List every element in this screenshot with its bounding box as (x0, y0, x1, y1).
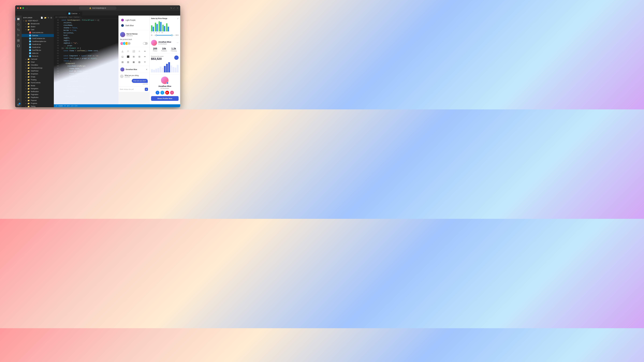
fullscreen-button[interactable] (22, 7, 24, 9)
folder-icon: 📁 (28, 58, 30, 60)
shape-grid[interactable]: ⊞ (131, 54, 136, 59)
new-tab-button[interactable]: + (177, 7, 178, 9)
account-icon[interactable] (16, 97, 21, 102)
explorer-icon[interactable] (16, 17, 21, 21)
bar-blue-5 (168, 27, 169, 31)
file-index[interactable]: T index.tsx (22, 52, 54, 55)
shape-circle[interactable]: ○ (137, 49, 142, 54)
folder-checkbox[interactable]: ▸ 📁 CheckBox (22, 63, 54, 66)
minimize-button[interactable] (20, 7, 21, 9)
file-tab[interactable]: T Card.tsx × (66, 11, 82, 15)
shape-corner-rect[interactable]: ◱ (120, 54, 125, 59)
shape-pen2[interactable]: ✏ (142, 54, 148, 59)
price-range-slider[interactable]: $0 $854 (151, 34, 179, 36)
shape-pen[interactable]: ✏ (142, 49, 148, 54)
folder-floating[interactable]: ▸ 📁 Floating (22, 78, 54, 81)
back-button[interactable]: ‹ (26, 7, 28, 9)
folder-empty[interactable]: ▸ 📁 Empty (22, 75, 54, 78)
url-bar[interactable]: 🔒 react.keepdesign.io (79, 6, 116, 10)
folder-playbutton[interactable]: ▸ 📁 PlayButton (22, 96, 54, 99)
close-button[interactable] (17, 7, 19, 9)
twitter-icon[interactable]: t (160, 91, 164, 94)
reload-button[interactable]: ↻ (170, 7, 172, 9)
folder-checkboxgroup[interactable]: ▸ 📁 CheckboxGroup (22, 66, 54, 69)
folder-breadcrumb[interactable]: ▸ 📁 Breadcrumb (22, 22, 54, 25)
folder-name: Navigation (31, 88, 38, 89)
folder-navigation[interactable]: ▸ 📁 Navigation (22, 87, 54, 90)
folder-formcontrols[interactable]: ▸ 📁 FormControls (22, 81, 54, 84)
shape-pen3[interactable]: ✏ (142, 59, 148, 64)
expand-button[interactable]: ⤢ (173, 7, 175, 9)
revenue-label: Revenue this week (151, 55, 164, 57)
project-root[interactable]: ▾ ▤ KEEP-REACT (22, 19, 54, 22)
folder-notification[interactable]: ▸ 📁 Notification (22, 90, 54, 93)
file-card-tsx[interactable]: T Card.tsx (22, 34, 54, 37)
svg-point-0 (18, 23, 19, 25)
send-button[interactable]: ➤ (145, 88, 148, 91)
toggle-thumb (143, 42, 145, 44)
profile-menu-icon[interactable]: ··· (177, 41, 178, 44)
folder-card[interactable]: ▾ 📁 Card (22, 28, 54, 31)
shape-lines[interactable]: ▤ (120, 59, 125, 64)
file-theme[interactable]: T theme.ts (22, 55, 54, 58)
shape-filled-rect[interactable]: ⬛ (126, 54, 130, 59)
test-icon[interactable] (16, 43, 21, 48)
chat-user-name: Donathan Blue (126, 68, 137, 70)
color-option-purple[interactable]: Light Purple (120, 17, 148, 23)
file-card-description[interactable]: T CardDescription.tsx (22, 40, 54, 43)
folder-carousel[interactable]: ▸ 📁 Carousel (22, 58, 54, 61)
slider-track[interactable] (154, 35, 174, 35)
tab-close-button[interactable]: × (78, 12, 80, 14)
folder-pagination[interactable]: ▸ 📁 Pagination (22, 93, 54, 96)
file-card-title[interactable]: T CardTitle.tsx (22, 49, 54, 52)
preview-right-column: Sales by Price Range ⤢ (150, 15, 180, 104)
slider-thumb-right[interactable] (171, 34, 173, 36)
search-icon[interactable] (16, 22, 21, 27)
shape-lines3[interactable]: ▦ (131, 59, 136, 64)
shape-lines4[interactable]: ▧ (137, 59, 142, 64)
folder-datepicker[interactable]: ▸ 📁 DatePicker (22, 69, 54, 72)
bar-green-1 (151, 25, 152, 31)
folder-icon: 📁 (28, 29, 30, 31)
file-card-stories[interactable]: S Card.stories.tsx (22, 31, 54, 34)
folder-name: Carousel (31, 58, 37, 60)
share-profile-button[interactable]: Share Profile Now (151, 96, 179, 101)
new-file-icon[interactable]: 📄 (41, 17, 43, 19)
folder-modal[interactable]: ▸ 📁 Modal (22, 84, 54, 87)
toggle-switch[interactable] (143, 42, 148, 45)
avatar-add[interactable]: + (127, 42, 131, 45)
extensions-icon[interactable] (16, 38, 21, 43)
folder-button[interactable]: ▸ 📁 Button (22, 25, 54, 28)
shape-square[interactable]: □ (126, 49, 130, 54)
revenue-menu-button[interactable]: ··· (174, 55, 178, 60)
file-card-container[interactable]: T CardContainer.tsx (22, 37, 54, 40)
person-name: Darrat Newaz (126, 33, 138, 35)
slider-thumb-left[interactable] (156, 34, 157, 36)
youtube-icon[interactable]: ▶ (165, 91, 169, 94)
new-folder-icon[interactable]: 📁 (44, 17, 46, 19)
svg-point-1 (19, 30, 20, 31)
folder-popover[interactable]: ▸ 📁 Popover (22, 99, 54, 102)
settings-icon[interactable]: 1 (16, 102, 21, 107)
folder-chart[interactable]: ▸ 📁 Chart (22, 61, 54, 63)
chat-close-button[interactable]: ✕ (146, 68, 148, 70)
folder-progress[interactable]: ▸ 📁 Progress (22, 102, 54, 105)
dribbble-icon[interactable]: d (170, 91, 174, 94)
source-control-icon[interactable] (16, 27, 21, 32)
folder-rating[interactable]: ▸ 📁 Rating (22, 105, 54, 107)
shape-lines2[interactable]: ▥ (126, 59, 130, 64)
folder-dropdown[interactable]: ▸ 📁 Dropdown (22, 72, 54, 75)
refresh-icon[interactable]: ↻ (48, 17, 49, 19)
sales-menu-icon[interactable]: ⤢ (177, 17, 178, 19)
folder-arrow: ▸ (25, 23, 27, 24)
run-icon[interactable] (16, 33, 21, 37)
file-card-link[interactable]: T CardLink.tsx (22, 43, 54, 46)
shape-triangle[interactable]: △ (120, 49, 125, 54)
shape-rect[interactable]: ⬜ (131, 49, 136, 54)
facebook-icon[interactable]: f (156, 91, 160, 94)
file-card-list[interactable]: T CardList.tsx (22, 46, 54, 49)
color-option-blue[interactable]: Dark Blue (120, 23, 148, 28)
rev-bar-8 (166, 64, 168, 72)
collapse-icon[interactable]: ⊟ (50, 17, 52, 19)
shape-grid2[interactable]: ⊟ (137, 54, 142, 59)
